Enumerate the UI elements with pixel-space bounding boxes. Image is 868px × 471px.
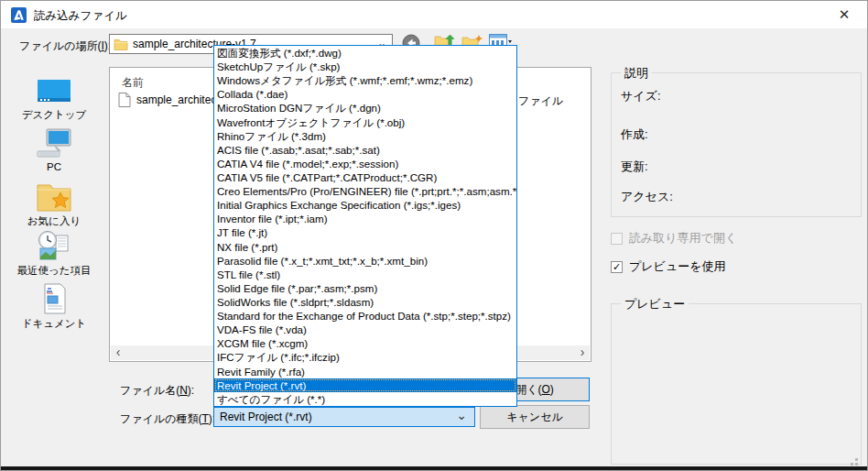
file-type-option[interactable]: SketchUpファイル (*.skp) [214,60,516,73]
file-type-option[interactable]: CATIA V5 file (*.CATPart;*.CATProduct;*.… [214,170,516,184]
desktop-icon [3,72,105,105]
file-type-option[interactable]: Parasolid file (*.x_t;*.xmt_txt;*.x_b;*.… [214,254,516,268]
file-icon [118,93,131,107]
preview-legend: プレビュー [621,296,689,312]
chevron-down-icon: ⌄ [456,408,467,422]
file-type-option[interactable]: 図面変換形式 (*.dxf;*.dwg) [214,46,516,60]
sidebar-item-label: PC [3,161,105,172]
description-field: 更新: [621,159,648,175]
recent-items-icon [3,228,105,261]
description-groupbox: 説明 サイズ:作成:更新:アクセス: [611,72,862,217]
file-type-option[interactable]: Standard for the Exchange of Product Dat… [214,309,516,323]
import-file-dialog: 読み込みファイル ✕ ファイルの場所(I): sample_architectu… [0,0,868,471]
sidebar-item-2[interactable]: PC [3,126,105,172]
file-type-option[interactable]: NX file (*.prt) [214,240,516,254]
file-type-listbox[interactable]: 図面変換形式 (*.dxf;*.dwg)SketchUpファイル (*.skp)… [213,45,517,407]
file-type-combobox[interactable]: Revit Project (*.rvt) ⌄ [213,407,475,427]
file-type-option[interactable]: Creo Elements/Pro (Pro/ENGINEER) file (*… [214,184,516,198]
file-type-option[interactable]: ACIS file (*.asab;*.asat;*.sab;*.sat) [214,143,516,157]
file-type-label: ファイルの種類(T): [120,411,215,427]
file-type-option[interactable]: Windowsメタファイル形式 (*.wmf;*.emf;*.wmz;*.emz… [214,73,516,87]
file-type-option[interactable]: STL file (*.stl) [214,268,516,281]
description-field: 作成: [621,126,648,143]
scroll-left-icon[interactable]: ‹ [111,345,125,360]
description-field: アクセス: [621,189,673,205]
file-type-option[interactable]: JT file (*.jt) [214,225,516,239]
column-header-name[interactable]: 名前 [122,75,144,91]
preview-groupbox: プレビュー [611,303,862,465]
sidebar-item-label: デスクトップ [3,108,105,122]
readonly-checkbox: 読み取り専用で開く [611,230,737,246]
file-type-option[interactable]: SolidWorks file (*.sldprt;*.sldasm) [214,295,516,309]
close-icon[interactable]: ✕ [825,1,863,28]
cancel-button[interactable]: キャンセル [480,405,590,429]
file-type-option[interactable]: XCGM file (*.xcgm) [214,336,516,350]
file-type-option[interactable]: Collada (*.dae) [214,87,516,101]
file-type-cell: ファイル [518,93,563,109]
window-title: 読み込みファイル [34,8,127,24]
file-type-value: Revit Project (*.rvt) [220,411,312,423]
file-type-option[interactable]: MicroStation DGNファイル (*.dgn) [214,101,516,115]
file-type-option[interactable]: CATIA V4 file (*.model;*.exp;*.session) [214,157,516,170]
sidebar-item-label: 最近使った項目 [3,264,105,278]
file-type-option[interactable]: IFCファイル (*.ifc;*.ifczip) [214,350,516,364]
pc-icon [3,126,105,159]
title-bar: 読み込みファイル ✕ [1,1,867,28]
checkbox-box[interactable]: ✓ [611,261,623,273]
documents-icon [3,281,105,314]
sidebar-item-5[interactable]: ドキュメント [3,281,105,331]
window-border-bottom [1,466,867,470]
file-name-label: ファイル名(N): [120,383,194,399]
app-icon [11,7,27,23]
file-type-option[interactable]: Inventor file (*.ipt;*.iam) [214,212,516,225]
sidebar-item-label: ドキュメント [3,317,105,331]
sidebar-item-label: お気に入り [3,214,105,228]
sidebar-item-3[interactable]: お気に入り [3,179,105,228]
use-preview-checkbox[interactable]: ✓ プレビューを使用 [611,258,726,275]
file-location-label: ファイルの場所(I): [19,38,111,54]
file-type-option[interactable]: VDA-FS file (*.vda) [214,323,516,336]
readonly-checkbox-label: 読み取り専用で開く [629,230,737,246]
file-type-option[interactable]: Revit Family (*.rfa) [214,365,516,378]
file-type-option[interactable]: Rhinoファイル (*.3dm) [214,129,516,143]
folder-icon [114,38,128,50]
use-preview-checkbox-label: プレビューを使用 [629,258,726,275]
favorites-icon [3,179,105,212]
scroll-right-icon[interactable]: › [575,345,590,360]
sidebar-item-4[interactable]: 最近使った項目 [3,228,105,278]
file-type-option[interactable]: Wavefrontオブジェクトファイル (*.obj) [214,115,516,129]
file-type-option[interactable]: すべてのファイル (*.*) [214,392,516,406]
description-legend: 説明 [621,65,652,82]
checkbox-box [611,233,623,245]
file-type-option[interactable]: Initial Graphics Exchange Specification … [214,198,516,212]
description-field: サイズ: [621,88,661,104]
file-type-option[interactable]: Revit Project (*.rvt) [214,378,516,392]
file-type-option[interactable]: Solid Edge file (*.par;*.asm;*.psm) [214,281,516,295]
sidebar-item-1[interactable]: デスクトップ [3,72,105,122]
